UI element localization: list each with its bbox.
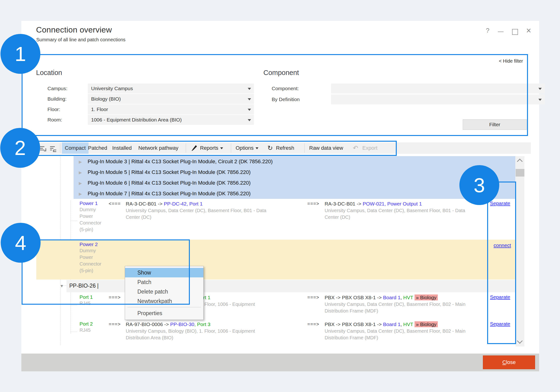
table-row-port1[interactable]: Port 1 RJ45 ===> RA-97-BIO-0006 -> PP-BI…: [21, 294, 515, 321]
tab-installed[interactable]: Installed: [112, 142, 132, 154]
port-type-line: Power: [80, 254, 109, 261]
room-label: Room:: [48, 115, 62, 125]
filter-button[interactable]: Filter: [463, 119, 527, 130]
separate-link[interactable]: Separate: [490, 294, 510, 300]
separate-link[interactable]: Separate: [490, 201, 510, 206]
connection-device[interactable]: PP-DC-42, Port 1: [164, 201, 202, 206]
menu-item-properties[interactable]: Properties: [125, 309, 203, 318]
scrollbar[interactable]: [516, 156, 524, 346]
chevron-down-icon: [248, 98, 251, 100]
reports-label: Reports: [200, 145, 218, 151]
building-chip: » Biology: [415, 321, 438, 327]
port-type-line: Connector: [80, 220, 109, 226]
module-row-label[interactable]: Plug-In Module 3 | Rittal 4x C13 Socket …: [88, 159, 273, 164]
connection-device[interactable]: Board 1: [383, 322, 400, 327]
tab-compact[interactable]: Compact: [62, 142, 89, 154]
chevron-down-icon: [248, 119, 251, 121]
reports-button[interactable]: Reports: [200, 142, 223, 154]
connection-device[interactable]: POW-021, Power Output 1: [363, 201, 422, 206]
close-button[interactable]: Close: [483, 355, 535, 369]
connection-location: Distribution Frame (MDF): [325, 334, 488, 341]
floor-label: Floor:: [48, 104, 60, 114]
connection-device[interactable]: Board 1: [383, 295, 400, 300]
expander-collapsed-icon[interactable]: ▶: [79, 170, 82, 175]
menu-item-patch[interactable]: Patch: [125, 277, 203, 287]
port-name[interactable]: Port 1: [80, 294, 109, 300]
port-name[interactable]: Power 2: [80, 241, 109, 247]
expander-expanded-icon[interactable]: ▼: [60, 284, 64, 289]
expand-all-icon[interactable]: [50, 145, 58, 151]
connection-location: Center (DC): [325, 214, 488, 221]
port-type-line: (5-pin): [80, 226, 109, 233]
menu-item-delete-patch[interactable]: Delete patch: [125, 287, 203, 296]
export-button[interactable]: Export: [362, 142, 378, 154]
module-row-label[interactable]: Plug-In Module 7 | Rittal 4x C13 Socket …: [88, 191, 250, 196]
options-label: Options: [236, 145, 254, 151]
footer-bar: Close: [21, 353, 539, 371]
port-type-line: Dummy: [80, 247, 109, 254]
port-type-line: Dummy: [80, 206, 109, 213]
floor-select[interactable]: 1. Floor: [88, 104, 254, 114]
scrollbar-thumb[interactable]: [516, 169, 524, 177]
tab-patched[interactable]: Patched: [88, 142, 107, 154]
connection-device[interactable]: PP-BIO-30: [170, 322, 194, 327]
campus-select[interactable]: University Campus: [88, 83, 254, 93]
connection-location: University Campus, Data Center (DC), Bas…: [325, 301, 488, 308]
connection-location: University Campus, Biology (BIO), 1. Flo…: [126, 328, 294, 334]
table-row-power1[interactable]: Power 1 Dummy Power Connector (5-pin) <=…: [21, 201, 515, 240]
component-select[interactable]: [331, 83, 545, 93]
tree-row-module: ▶ Plug-In Module 6 | Rittal 4x C13 Socke…: [79, 178, 250, 188]
connection-location: Center (DC): [126, 214, 294, 221]
connection-path: PBX -> PBX OSB X8-1 ->: [325, 295, 383, 300]
building-select[interactable]: Biology (BIO): [88, 94, 254, 104]
table-row-power2[interactable]: Power 2 Dummy Power Connector (5-pin) co…: [36, 240, 515, 280]
separate-link[interactable]: Separate: [490, 321, 510, 327]
help-icon[interactable]: ?: [483, 27, 492, 34]
connection-tag: HVT: [403, 295, 413, 300]
port-type-line: Power: [80, 213, 109, 220]
minimize-icon[interactable]: [498, 31, 503, 32]
room-value: 1006 - Equipment Distribution Area (BIO): [91, 117, 182, 122]
direction-marker: ===>: [307, 201, 319, 206]
menu-item-show[interactable]: Show: [125, 268, 203, 277]
raw-data-view-button[interactable]: Raw data view: [309, 142, 343, 154]
tree-row-module: ▶ Plug-In Module 3 | Rittal 4x C13 Socke…: [79, 156, 273, 167]
building-chip: » Biology: [415, 294, 438, 301]
close-icon[interactable]: ×: [524, 26, 533, 36]
group-row-label[interactable]: PP-BIO-26 |: [69, 283, 99, 289]
direction-marker: ===>: [307, 322, 319, 327]
scroll-down-icon[interactable]: [517, 338, 522, 344]
port-type-line: RJ45: [80, 327, 109, 333]
port-name[interactable]: Port 2: [80, 321, 109, 327]
module-row-label[interactable]: Plug-In Module 5 | Rittal 4x C13 Socket …: [88, 169, 250, 175]
direction-marker: ===>: [109, 295, 121, 300]
port-name[interactable]: Power 1: [80, 201, 109, 206]
menu-item-networkpath[interactable]: Newtworkpath: [125, 296, 203, 306]
expander-collapsed-icon[interactable]: ▶: [79, 160, 82, 164]
tree-row-module: ▶ Plug-In Module 7 | Rittal 4x C13 Socke…: [79, 188, 250, 199]
hide-filter-link[interactable]: < Hide filter: [499, 58, 523, 64]
options-button[interactable]: Options: [236, 142, 258, 154]
expander-collapsed-icon[interactable]: ▶: [79, 181, 82, 186]
collapse-all-icon[interactable]: [40, 145, 48, 151]
tab-network-pathway[interactable]: Network pathway: [138, 142, 179, 154]
chevron-down-icon: [538, 99, 542, 101]
direction-marker: ===>: [109, 322, 121, 327]
connection-path: RA-97-BIO-0006 ->: [126, 322, 170, 327]
table-row-port2[interactable]: Port 2 RJ45 ===> RA-97-BIO-0006 -> PP-BI…: [21, 321, 515, 348]
scroll-up-icon[interactable]: [517, 159, 522, 164]
connection-location: University Campus, Data Center (DC), Bas…: [325, 328, 488, 334]
port-type-line: RJ45: [80, 300, 109, 307]
room-select[interactable]: 1006 - Equipment Distribution Area (BIO): [88, 115, 254, 125]
connect-link[interactable]: connect: [494, 242, 511, 248]
floor-value: 1. Floor: [91, 107, 108, 112]
connection-path: ,: [400, 295, 403, 300]
module-row-label[interactable]: Plug-In Module 6 | Rittal 4x C13 Socket …: [88, 180, 250, 186]
expander-collapsed-icon[interactable]: ▶: [79, 192, 82, 196]
by-definition-select[interactable]: [331, 94, 545, 104]
connection-path: PBX -> PBX OSB X8-1 ->: [325, 322, 383, 327]
connection-location: Distribution Area (BIO): [126, 334, 294, 341]
refresh-button[interactable]: Refresh: [276, 142, 294, 154]
connection-tag: HVT: [403, 322, 413, 327]
maximize-icon[interactable]: [512, 29, 518, 35]
